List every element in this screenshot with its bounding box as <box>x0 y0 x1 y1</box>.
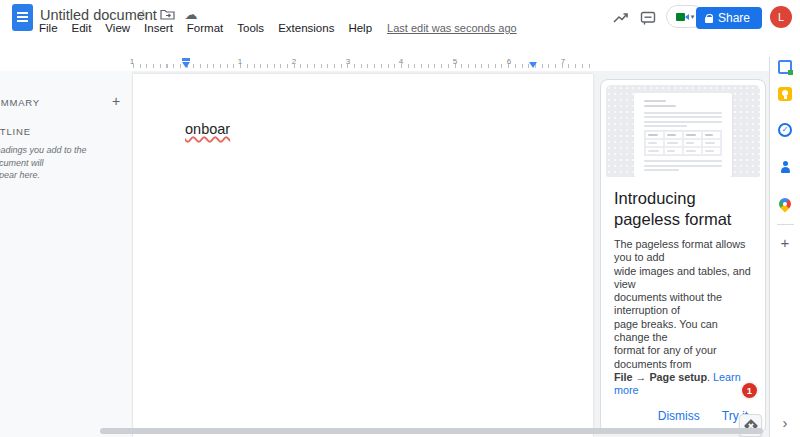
menu-edit[interactable]: Edit <box>65 20 99 36</box>
mini-page-graphic <box>634 93 732 177</box>
document-canvas: SUMMARY + OUTLINE Headings you add to th… <box>0 71 769 437</box>
summary-label: SUMMARY <box>0 97 40 108</box>
ruler-number: 7 <box>561 57 565 66</box>
share-button[interactable]: Share <box>696 7 762 29</box>
outline-label: OUTLINE <box>0 126 31 137</box>
menu-file[interactable]: File <box>32 20 65 36</box>
contacts-icon[interactable] <box>776 158 794 176</box>
right-indent-marker[interactable] <box>529 62 537 68</box>
ruler-number: 5 <box>453 57 457 66</box>
google-docs-logo-icon[interactable] <box>12 4 33 31</box>
tasks-icon[interactable]: ✓ <box>776 121 794 139</box>
calendar-icon[interactable] <box>776 58 794 76</box>
file-menu-ref: File <box>614 371 633 383</box>
app-header: Untitled document ☆ ☁ File Edit View Ins… <box>0 0 800 57</box>
ruler-number: 3 <box>346 57 350 66</box>
menu-format[interactable]: Format <box>180 20 230 36</box>
ruler-number: 1 <box>238 57 242 66</box>
document-page[interactable]: onboar <box>133 74 593 437</box>
ruler-number: 6 <box>507 57 511 66</box>
horizontal-ruler: 1 1 2 3 4 5 6 7 <box>0 57 800 71</box>
maps-icon[interactable] <box>776 195 794 213</box>
pageless-promo-card: Introducing pageless format The pageless… <box>600 79 766 434</box>
document-text[interactable]: onboar <box>185 121 230 137</box>
ruler-number: 4 <box>399 57 403 66</box>
lock-icon <box>705 14 713 23</box>
hide-side-panel-button[interactable]: › <box>776 413 794 431</box>
page-setup-ref: Page setup <box>649 371 707 383</box>
insights-icon[interactable] <box>609 6 633 30</box>
add-summary-button[interactable]: + <box>106 91 126 111</box>
misspelled-word[interactable]: onboar <box>185 121 230 137</box>
menu-insert[interactable]: Insert <box>137 20 180 36</box>
keep-icon[interactable] <box>776 85 794 103</box>
ruler-number: 1 <box>130 57 134 66</box>
last-edit-link[interactable]: Last edit was seconds ago <box>387 22 517 34</box>
ruler-track: 1 1 2 3 4 5 6 7 <box>133 57 593 71</box>
menu-tools[interactable]: Tools <box>230 20 271 36</box>
ruler-number: 2 <box>292 57 296 66</box>
left-indent-marker[interactable] <box>182 58 190 68</box>
pageless-illustration <box>606 85 760 177</box>
side-panel-rail: ✓ + › <box>769 57 800 437</box>
menu-help[interactable]: Help <box>341 20 379 36</box>
menu-extensions[interactable]: Extensions <box>271 20 341 36</box>
notification-badge: 1 <box>742 383 757 398</box>
account-avatar[interactable]: L <box>770 6 792 28</box>
google-meet-icon <box>676 12 689 22</box>
outline-panel: SUMMARY + OUTLINE Headings you add to th… <box>0 71 132 437</box>
share-button-label: Share <box>718 11 750 25</box>
comment-history-icon[interactable] <box>636 6 660 30</box>
rail-divider <box>777 224 794 225</box>
promo-title: Introducing pageless format <box>614 188 752 230</box>
promo-body: The pageless format allows you to add wi… <box>614 238 752 398</box>
menu-bar: File Edit View Insert Format Tools Exten… <box>32 20 517 36</box>
add-addon-button[interactable]: + <box>776 233 794 251</box>
chevron-down-icon: ▾ <box>691 13 695 21</box>
dismiss-button[interactable]: Dismiss <box>658 409 700 423</box>
menu-view[interactable]: View <box>98 20 137 36</box>
horizontal-scrollbar[interactable] <box>100 428 763 434</box>
outline-empty-hint: Headings you add to the document will ap… <box>0 144 119 182</box>
